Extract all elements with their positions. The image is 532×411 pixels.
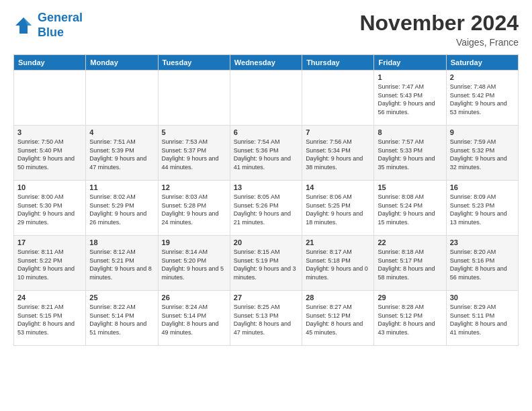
header-cell-sunday: Sunday	[14, 55, 86, 71]
day-info: Sunrise: 8:15 AMSunset: 5:19 PMDaylight:…	[234, 248, 298, 281]
day-cell: 4Sunrise: 7:51 AMSunset: 5:39 PMDaylight…	[86, 126, 158, 181]
day-cell	[302, 71, 374, 126]
day-cell: 28Sunrise: 8:27 AMSunset: 5:12 PMDayligh…	[302, 291, 374, 346]
day-number: 11	[89, 183, 154, 191]
day-info: Sunrise: 7:50 AMSunset: 5:40 PMDaylight:…	[17, 138, 82, 171]
day-number: 29	[378, 293, 442, 302]
day-number: 13	[234, 183, 298, 191]
day-info: Sunrise: 8:02 AMSunset: 5:29 PMDaylight:…	[89, 193, 154, 226]
day-number: 16	[450, 183, 515, 191]
day-number: 12	[162, 183, 226, 191]
day-info: Sunrise: 8:28 AMSunset: 5:12 PMDaylight:…	[378, 303, 442, 336]
week-row-4: 17Sunrise: 8:11 AMSunset: 5:22 PMDayligh…	[14, 236, 519, 291]
day-number: 26	[162, 293, 226, 302]
day-number: 17	[17, 238, 82, 246]
day-number: 20	[234, 238, 298, 246]
day-number: 23	[450, 238, 515, 246]
day-info: Sunrise: 8:18 AMSunset: 5:17 PMDaylight:…	[378, 248, 442, 281]
header-cell-friday: Friday	[374, 55, 446, 71]
day-number: 27	[234, 293, 298, 302]
day-cell	[14, 71, 86, 126]
day-cell: 15Sunrise: 8:08 AMSunset: 5:24 PMDayligh…	[374, 181, 446, 236]
day-number: 19	[162, 238, 226, 246]
day-info: Sunrise: 8:12 AMSunset: 5:21 PMDaylight:…	[89, 248, 154, 281]
day-info: Sunrise: 7:54 AMSunset: 5:36 PMDaylight:…	[234, 138, 298, 171]
day-cell: 22Sunrise: 8:18 AMSunset: 5:17 PMDayligh…	[374, 236, 446, 291]
day-info: Sunrise: 8:09 AMSunset: 5:23 PMDaylight:…	[450, 193, 515, 226]
day-info: Sunrise: 7:57 AMSunset: 5:33 PMDaylight:…	[378, 138, 442, 171]
day-cell: 29Sunrise: 8:28 AMSunset: 5:12 PMDayligh…	[374, 291, 446, 346]
day-cell: 23Sunrise: 8:20 AMSunset: 5:16 PMDayligh…	[446, 236, 518, 291]
day-cell: 11Sunrise: 8:02 AMSunset: 5:29 PMDayligh…	[86, 181, 158, 236]
day-info: Sunrise: 8:27 AMSunset: 5:12 PMDaylight:…	[306, 303, 370, 336]
day-number: 18	[89, 238, 154, 246]
calendar-body: 1Sunrise: 7:47 AMSunset: 5:43 PMDaylight…	[14, 71, 519, 346]
day-number: 6	[234, 128, 298, 136]
day-cell: 21Sunrise: 8:17 AMSunset: 5:18 PMDayligh…	[302, 236, 374, 291]
logo-icon	[13, 15, 34, 36]
day-cell	[158, 71, 230, 126]
header-row: SundayMondayTuesdayWednesdayThursdayFrid…	[14, 55, 519, 71]
page: General Blue November 2024 Vaiges, Franc…	[0, 0, 532, 353]
day-cell	[230, 71, 302, 126]
logo-line2: Blue	[38, 26, 64, 39]
day-info: Sunrise: 8:05 AMSunset: 5:26 PMDaylight:…	[234, 193, 298, 226]
day-number: 10	[17, 183, 82, 191]
day-cell: 10Sunrise: 8:00 AMSunset: 5:30 PMDayligh…	[14, 181, 86, 236]
day-number: 3	[17, 128, 82, 136]
header-cell-monday: Monday	[86, 55, 158, 71]
day-info: Sunrise: 7:59 AMSunset: 5:32 PMDaylight:…	[450, 138, 515, 171]
day-cell: 14Sunrise: 8:06 AMSunset: 5:25 PMDayligh…	[302, 181, 374, 236]
day-cell: 24Sunrise: 8:21 AMSunset: 5:15 PMDayligh…	[14, 291, 86, 346]
header: General Blue November 2024 Vaiges, Franc…	[13, 11, 519, 48]
day-cell: 16Sunrise: 8:09 AMSunset: 5:23 PMDayligh…	[446, 181, 518, 236]
day-number: 25	[89, 293, 154, 302]
day-cell: 13Sunrise: 8:05 AMSunset: 5:26 PMDayligh…	[230, 181, 302, 236]
header-cell-wednesday: Wednesday	[230, 55, 302, 71]
day-number: 8	[378, 128, 442, 136]
day-number: 30	[450, 293, 515, 302]
day-info: Sunrise: 8:14 AMSunset: 5:20 PMDaylight:…	[162, 248, 226, 281]
day-info: Sunrise: 7:48 AMSunset: 5:42 PMDaylight:…	[450, 83, 515, 116]
day-cell: 20Sunrise: 8:15 AMSunset: 5:19 PMDayligh…	[230, 236, 302, 291]
day-number: 9	[450, 128, 515, 136]
day-number: 2	[450, 73, 515, 81]
week-row-5: 24Sunrise: 8:21 AMSunset: 5:15 PMDayligh…	[14, 291, 519, 346]
day-cell	[86, 71, 158, 126]
week-row-3: 10Sunrise: 8:00 AMSunset: 5:30 PMDayligh…	[14, 181, 519, 236]
day-info: Sunrise: 7:51 AMSunset: 5:39 PMDaylight:…	[89, 138, 154, 171]
day-cell: 26Sunrise: 8:24 AMSunset: 5:14 PMDayligh…	[158, 291, 230, 346]
day-cell: 19Sunrise: 8:14 AMSunset: 5:20 PMDayligh…	[158, 236, 230, 291]
day-cell: 30Sunrise: 8:29 AMSunset: 5:11 PMDayligh…	[446, 291, 518, 346]
day-info: Sunrise: 8:08 AMSunset: 5:24 PMDaylight:…	[378, 193, 442, 226]
day-number: 4	[89, 128, 154, 136]
day-cell: 3Sunrise: 7:50 AMSunset: 5:40 PMDaylight…	[14, 126, 86, 181]
day-info: Sunrise: 8:29 AMSunset: 5:11 PMDaylight:…	[450, 303, 515, 336]
week-row-2: 3Sunrise: 7:50 AMSunset: 5:40 PMDaylight…	[14, 126, 519, 181]
day-info: Sunrise: 8:00 AMSunset: 5:30 PMDaylight:…	[17, 193, 82, 226]
day-cell: 1Sunrise: 7:47 AMSunset: 5:43 PMDaylight…	[374, 71, 446, 126]
day-info: Sunrise: 8:06 AMSunset: 5:25 PMDaylight:…	[306, 193, 370, 226]
day-info: Sunrise: 7:56 AMSunset: 5:34 PMDaylight:…	[306, 138, 370, 171]
day-cell: 5Sunrise: 7:53 AMSunset: 5:37 PMDaylight…	[158, 126, 230, 181]
day-cell: 25Sunrise: 8:22 AMSunset: 5:14 PMDayligh…	[86, 291, 158, 346]
day-cell: 2Sunrise: 7:48 AMSunset: 5:42 PMDaylight…	[446, 71, 518, 126]
day-info: Sunrise: 8:11 AMSunset: 5:22 PMDaylight:…	[17, 248, 82, 281]
day-cell: 9Sunrise: 7:59 AMSunset: 5:32 PMDaylight…	[446, 126, 518, 181]
day-number: 24	[17, 293, 82, 302]
day-info: Sunrise: 7:53 AMSunset: 5:37 PMDaylight:…	[162, 138, 226, 171]
day-info: Sunrise: 8:20 AMSunset: 5:16 PMDaylight:…	[450, 248, 515, 281]
day-info: Sunrise: 8:24 AMSunset: 5:14 PMDaylight:…	[162, 303, 226, 336]
week-row-1: 1Sunrise: 7:47 AMSunset: 5:43 PMDaylight…	[14, 71, 519, 126]
day-info: Sunrise: 8:21 AMSunset: 5:15 PMDaylight:…	[17, 303, 82, 336]
day-number: 22	[378, 238, 442, 246]
location: Vaiges, France	[359, 37, 519, 48]
title-block: November 2024 Vaiges, France	[359, 11, 519, 48]
day-info: Sunrise: 8:03 AMSunset: 5:28 PMDaylight:…	[162, 193, 226, 226]
header-cell-tuesday: Tuesday	[158, 55, 230, 71]
logo-line1: General	[38, 11, 83, 24]
logo: General Blue	[13, 11, 83, 40]
header-cell-thursday: Thursday	[302, 55, 374, 71]
day-cell: 17Sunrise: 8:11 AMSunset: 5:22 PMDayligh…	[14, 236, 86, 291]
day-cell: 6Sunrise: 7:54 AMSunset: 5:36 PMDaylight…	[230, 126, 302, 181]
